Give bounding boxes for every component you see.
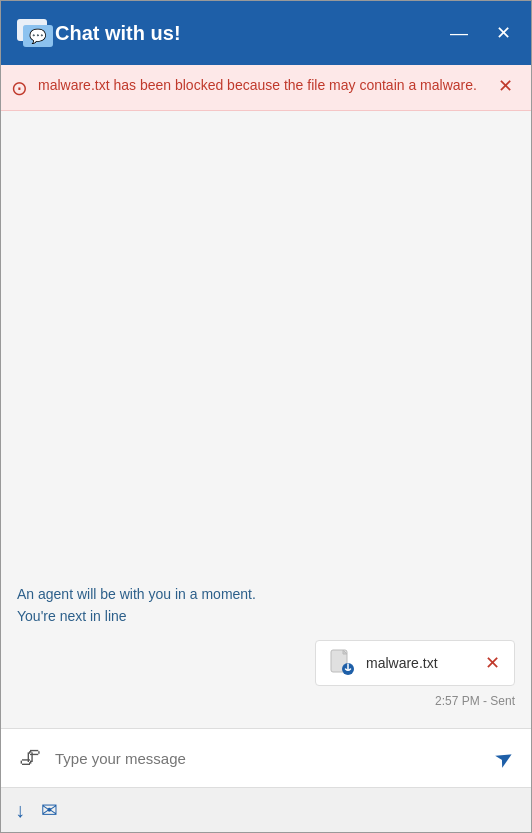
chat-spacer [17,127,515,586]
paperclip-icon: 🖇 [19,745,41,770]
send-icon: ➤ [490,742,518,773]
email-icon[interactable]: ✉ [41,798,58,822]
title-bar: 💬 Chat with us! — ✕ [1,1,531,65]
chat-app-icon: 💬 [15,13,55,53]
bottom-bar: ↓ ✉ [1,787,531,832]
window-controls: — ✕ [444,22,517,44]
minimize-button[interactable]: — [444,22,474,44]
timestamp-row: 2:57 PM - Sent [17,694,515,708]
download-icon[interactable]: ↓ [15,799,25,822]
message-input[interactable] [55,750,481,767]
input-area: 🖇 ➤ [1,729,531,787]
status-message: An agent will be with you in a moment. [17,586,515,602]
close-button[interactable]: ✕ [490,22,517,44]
send-button[interactable]: ➤ [484,737,524,779]
alert-icon: ⊙ [11,76,28,100]
attach-button[interactable]: 🖇 [15,741,45,775]
alert-close-button[interactable]: ✕ [494,75,517,97]
attachment-row: malware.txt ✕ [17,640,515,686]
window-title: Chat with us! [55,22,444,45]
attachment-filename: malware.txt [366,655,473,671]
alert-banner: ⊙ malware.txt has been blocked because t… [1,65,531,111]
remove-attachment-button[interactable]: ✕ [483,654,502,672]
alert-message: malware.txt has been blocked because the… [38,75,484,96]
file-icon [328,649,356,677]
chat-body: An agent will be with you in a moment. Y… [1,111,531,728]
message-timestamp: 2:57 PM - Sent [435,694,515,708]
chat-window: 💬 Chat with us! — ✕ ⊙ malware.txt has be… [0,0,532,833]
queue-message: You're next in line [17,608,515,624]
attachment-bubble: malware.txt ✕ [315,640,515,686]
svg-text:💬: 💬 [29,28,47,45]
